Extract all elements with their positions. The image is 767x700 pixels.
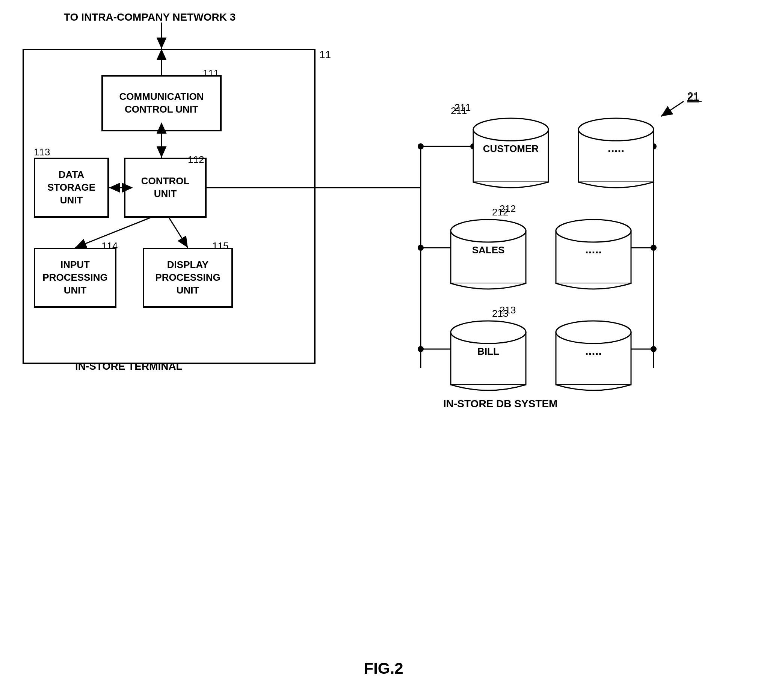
svg-rect-41	[556, 231, 631, 283]
comm-control-box: COMMUNICATION CONTROL UNIT	[102, 75, 221, 131]
input-processing-box: INPUT PROCESSING UNIT	[34, 248, 116, 308]
svg-text:.....: .....	[608, 141, 624, 155]
svg-point-32	[651, 346, 657, 352]
terminal-label: IN-STORE TERMINAL	[75, 360, 183, 372]
svg-point-30	[470, 346, 476, 352]
data-storage-box: DATA STORAGE UNIT	[34, 158, 109, 218]
svg-point-20	[651, 143, 657, 149]
svg-point-22	[418, 245, 424, 251]
svg-rect-39	[451, 231, 526, 283]
ref-21: 21	[687, 90, 699, 102]
network-label: TO INTRA-COMPANY NETWORK 3	[64, 11, 236, 23]
svg-point-26	[651, 245, 657, 251]
svg-point-36	[473, 118, 548, 141]
svg-point-40	[451, 219, 526, 242]
ref-115: 115	[212, 240, 228, 252]
svg-rect-43	[451, 332, 526, 385]
svg-text:SALES: SALES	[472, 244, 505, 256]
svg-point-44	[451, 321, 526, 343]
svg-point-18	[470, 143, 476, 149]
svg-point-46	[556, 321, 631, 343]
ref-213: 213	[492, 308, 508, 319]
fig-label: FIG.2	[364, 659, 403, 678]
ref-113: 113	[34, 146, 50, 158]
svg-point-28	[418, 346, 424, 352]
svg-point-42	[556, 219, 631, 242]
db-system-label: IN-STORE DB SYSTEM	[443, 398, 557, 410]
svg-text:CUSTOMER: CUSTOMER	[483, 143, 539, 154]
svg-point-38	[578, 118, 654, 141]
svg-text:.....: .....	[585, 243, 602, 256]
svg-line-34	[661, 102, 684, 116]
control-unit-box: CONTROL UNIT	[124, 158, 207, 218]
svg-text:.....: .....	[585, 344, 602, 357]
display-processing-box: DISPLAY PROCESSING UNIT	[143, 248, 233, 308]
svg-text:BILL: BILL	[477, 346, 499, 357]
diagram-container: TO INTRA-COMPANY NETWORK 3 11 IN-STORE T…	[0, 0, 767, 700]
svg-rect-37	[578, 130, 654, 182]
svg-rect-35	[473, 130, 548, 182]
ref-111: 111	[203, 68, 219, 79]
ref-11: 11	[319, 49, 331, 61]
ref-114: 114	[102, 240, 118, 252]
svg-point-24	[470, 245, 476, 251]
ref-211: 211	[451, 105, 467, 117]
svg-rect-45	[556, 332, 631, 385]
ref-212: 212	[492, 206, 508, 218]
ref-112: 112	[188, 154, 204, 165]
svg-point-16	[418, 143, 424, 149]
